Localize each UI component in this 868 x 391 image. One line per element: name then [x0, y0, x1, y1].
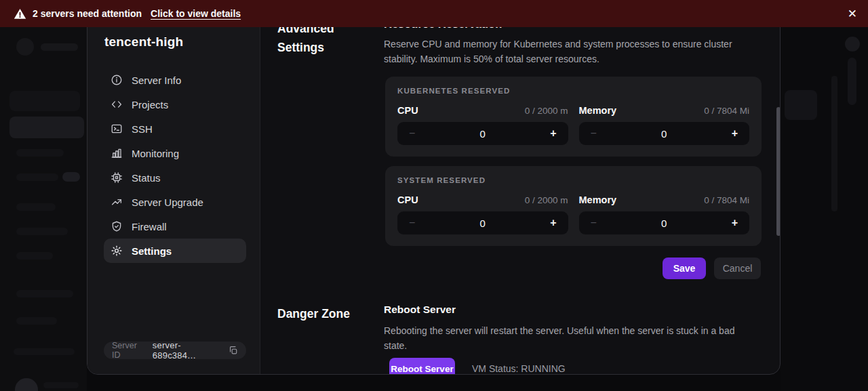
field-label: CPU [397, 194, 418, 205]
modal-nav-menu: Server Info Projects SSH Monitoring Stat… [104, 68, 246, 263]
system-memory-stepper: − 0 + [579, 211, 750, 234]
system-reserved-card: SYSTEM RESERVED CPU 0 / 2000 m − 0 + Mem… [385, 166, 762, 246]
field-label: Memory [579, 194, 617, 205]
cancel-button[interactable]: Cancel [714, 258, 761, 279]
reboot-server-description: Rebooting the server will restart the se… [384, 324, 760, 353]
nav-item-label: Status [132, 172, 161, 184]
card-title: KUBERNETES RESERVED [397, 87, 749, 95]
dimmed-sidebar-item [9, 91, 80, 111]
k8s-memory-stepper: − 0 + [579, 122, 750, 145]
dimmed-sidebar-item [16, 149, 64, 157]
stepper-value[interactable]: 0 [600, 128, 729, 140]
dimmed-sidebar-item [14, 348, 75, 355]
dimmed-panel-block [785, 90, 817, 120]
stepper-value[interactable]: 0 [600, 218, 729, 229]
dimmed-sidebar-item [16, 173, 58, 181]
k8s-cpu-field: CPU 0 / 2000 m − 0 + [397, 105, 568, 145]
modal-sidebar: tencent-high Server Info Projects SSH Mo… [87, 0, 260, 375]
plus-button[interactable]: + [728, 217, 738, 229]
dimmed-widget [848, 58, 856, 105]
minus-button[interactable]: − [591, 127, 600, 140]
dimmed-avatar [15, 378, 38, 391]
save-button[interactable]: Save [663, 258, 706, 279]
nav-item-label: Monitoring [132, 148, 179, 159]
nav-item-label: SSH [132, 123, 153, 135]
bar-chart-icon [111, 147, 123, 159]
dimmed-user-name [43, 382, 79, 388]
field-label: CPU [397, 105, 418, 116]
modal-scrollbar-thumb[interactable] [776, 107, 781, 236]
kubernetes-reserved-card: KUBERNETES RESERVED CPU 0 / 2000 m − 0 +… [385, 77, 762, 157]
field-usage: 0 / 2000 m [525, 106, 568, 116]
field-label: Memory [579, 105, 617, 116]
alert-message: 2 servers need attention [33, 8, 142, 19]
nav-item-monitoring[interactable]: Monitoring [104, 141, 246, 165]
cpu-icon [111, 171, 123, 184]
nav-item-status[interactable]: Status [104, 165, 246, 190]
reboot-server-button[interactable]: Reboot Server [389, 358, 455, 375]
resource-reservation-description: Reserve CPU and memory for Kubernetes an… [384, 37, 750, 66]
section-label-danger-zone: Danger Zone [277, 304, 350, 323]
dimmed-sidebar-item [16, 252, 53, 260]
info-icon [111, 74, 123, 86]
close-icon[interactable]: ✕ [848, 8, 857, 20]
server-name-title: tencent-high [104, 35, 183, 49]
nav-item-label: Server Upgrade [132, 197, 203, 208]
nav-item-projects[interactable]: Projects [104, 92, 246, 117]
vm-status-text: VM Status: RUNNING [472, 363, 566, 374]
card-title: SYSTEM RESERVED [397, 176, 749, 184]
stepper-value[interactable]: 0 [418, 218, 547, 229]
dimmed-sidebar-item [16, 290, 73, 297]
terminal-icon [111, 123, 123, 135]
server-id-value: server-689c384… [153, 340, 223, 361]
copy-icon[interactable] [229, 346, 238, 355]
plus-button[interactable]: + [547, 217, 557, 229]
alert-banner: 2 servers need attention Click to view d… [0, 0, 868, 27]
dimmed-sidebar-item [16, 228, 68, 235]
shield-icon [111, 220, 123, 232]
warning-icon [14, 7, 26, 20]
dimmed-sidebar-item-active [9, 117, 84, 138]
alert-details-link[interactable]: Click to view details [151, 8, 241, 19]
system-cpu-stepper: − 0 + [397, 211, 568, 234]
nav-item-label: Firewall [132, 221, 167, 232]
dimmed-sidebar-item [16, 203, 56, 211]
field-usage: 0 / 7804 Mi [704, 106, 749, 116]
gear-icon [111, 245, 123, 257]
nav-item-server-info[interactable]: Server Info [104, 68, 246, 92]
nav-item-firewall[interactable]: Firewall [104, 214, 246, 239]
server-settings-modal: tencent-high Server Info Projects SSH Mo… [87, 0, 781, 375]
nav-item-label: Projects [132, 99, 168, 110]
server-id-label: Server ID [112, 341, 147, 360]
nav-item-server-upgrade[interactable]: Server Upgrade [104, 190, 246, 214]
k8s-memory-field: Memory 0 / 7804 Mi − 0 + [579, 105, 750, 145]
reboot-server-heading: Reboot Server [384, 304, 456, 316]
nav-item-label: Settings [132, 245, 172, 257]
field-usage: 0 / 2000 m [525, 195, 568, 205]
field-usage: 0 / 7804 Mi [704, 195, 749, 205]
code-icon [111, 98, 123, 110]
system-cpu-field: CPU 0 / 2000 m − 0 + [397, 194, 568, 234]
minus-button[interactable]: − [409, 217, 418, 229]
dimmed-logo-text [41, 43, 78, 51]
plus-button[interactable]: + [547, 127, 557, 140]
dimmed-logo [16, 38, 34, 56]
nav-item-ssh[interactable]: SSH [104, 117, 246, 141]
dimmed-sidebar-item [16, 317, 57, 325]
stepper-value[interactable]: 0 [418, 128, 547, 140]
nav-item-label: Server Info [132, 75, 181, 86]
plus-button[interactable]: + [728, 127, 738, 140]
k8s-cpu-stepper: − 0 + [397, 122, 568, 145]
minus-button[interactable]: − [409, 127, 418, 140]
dimmed-badge [62, 172, 80, 182]
dimmed-page-right [781, 27, 868, 391]
dimmed-scrollbar [831, 76, 837, 211]
minus-button[interactable]: − [591, 217, 600, 229]
server-id-pill: Server ID server-689c384… [104, 342, 246, 359]
dimmed-avatar [845, 37, 860, 52]
nav-item-settings[interactable]: Settings [104, 239, 246, 263]
system-memory-field: Memory 0 / 7804 Mi − 0 + [579, 194, 750, 234]
trending-up-icon [111, 196, 123, 208]
dimmed-app-sidebar [0, 27, 87, 391]
